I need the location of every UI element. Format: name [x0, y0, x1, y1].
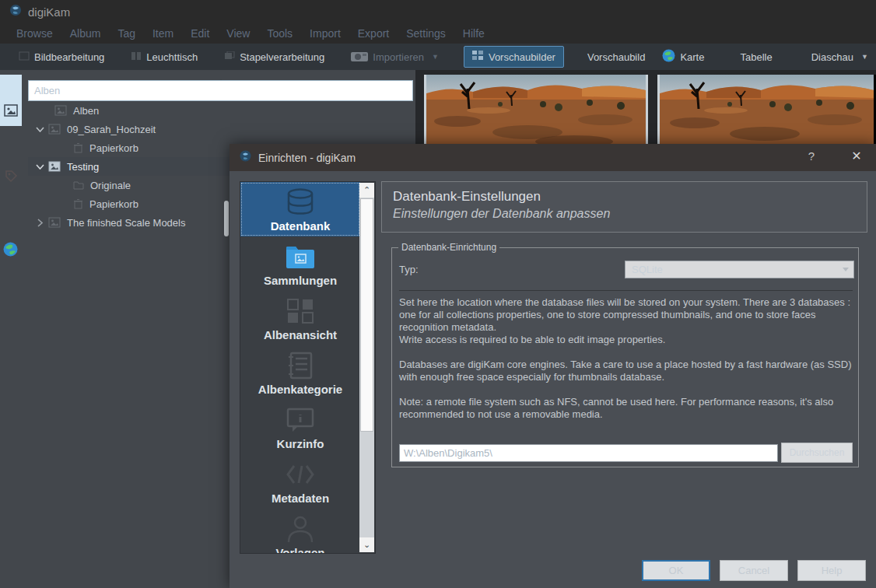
album-search-placeholder: Alben: [29, 81, 412, 100]
menu-tag[interactable]: Tag: [109, 27, 144, 40]
menu-item[interactable]: Item: [144, 27, 182, 40]
toolbar-vorschaubilder[interactable]: Vorschaubilder: [464, 46, 564, 68]
database-type-combobox[interactable]: SQLite: [625, 261, 854, 278]
dialog-title: Einrichten - digiKam: [258, 152, 356, 164]
image-icon: [48, 124, 61, 135]
app-logo-globe-icon: [9, 4, 22, 19]
chevron-right-icon[interactable]: [34, 219, 45, 227]
description-paragraph: Write access is required to be able to e…: [399, 334, 853, 346]
scroll-down-icon[interactable]: ⌄: [359, 537, 374, 552]
category-notebook-icon: [287, 349, 314, 382]
category-kurzinfo[interactable]: Kurzinfo: [240, 400, 360, 454]
page-subtitle: Einstellungen der Datenbank anpassen: [393, 207, 867, 221]
dialog-globe-icon: [240, 150, 251, 165]
albums-image-icon: [4, 104, 18, 120]
menu-settings[interactable]: Settings: [398, 27, 454, 40]
help-button[interactable]: Help: [797, 560, 866, 581]
album-search-input[interactable]: Alben: [28, 80, 413, 101]
database-description: Set here the location where the database…: [399, 296, 853, 421]
menu-edit[interactable]: Edit: [182, 27, 218, 40]
dialog-button-row: OK Cancel Help: [230, 560, 867, 582]
photo-thumbnail[interactable]: [657, 75, 876, 148]
menubar: Browse Album Tag Item Edit View Tools Im…: [0, 23, 876, 44]
app-titlebar: digiKam: [0, 0, 876, 23]
photo-thumbnail[interactable]: [424, 75, 648, 148]
type-label: Typ:: [399, 264, 419, 275]
code-brackets-icon: [285, 458, 316, 491]
toolbar-leuchttisch[interactable]: Leuchttisch: [123, 47, 205, 68]
database-path-input[interactable]: W:\Alben\Digikam5\: [399, 444, 778, 462]
toolbar-diaschau[interactable]: Diaschau ▼: [804, 47, 876, 68]
category-datenbank[interactable]: Datenbank: [240, 182, 360, 236]
settings-category-list: Datenbank Sammlungen Albenansicht: [240, 181, 376, 554]
batch-queue-icon: [224, 51, 235, 63]
toolbar-stapelverarbeitung[interactable]: Stapelverarbeitung: [216, 47, 332, 68]
main-toolbar: Bildbearbeitung Leuchttisch Stapelverarb…: [0, 44, 876, 70]
sidebar-tab-albums[interactable]: [0, 75, 22, 126]
groupbox-legend: Datenbank-Einrichtung: [398, 242, 499, 253]
category-sammlungen[interactable]: Sammlungen: [240, 236, 360, 291]
trash-icon: [73, 198, 83, 209]
description-paragraph: Set here the location where the database…: [399, 296, 853, 334]
scroll-up-icon[interactable]: ⌃: [359, 183, 374, 198]
menu-browse[interactable]: Browse: [8, 27, 61, 40]
category-vorlagen[interactable]: Vorlagen: [240, 509, 360, 554]
dialog-close-button[interactable]: ✕: [848, 149, 865, 163]
map-globe-icon: [662, 49, 675, 65]
importieren-dropdown-icon: ▼: [432, 53, 439, 61]
sidebar-tab-tags[interactable]: [5, 170, 18, 186]
collections-folder-icon: [286, 240, 315, 273]
tree-scrollbar-thumb[interactable]: [224, 201, 229, 236]
menu-tools[interactable]: Tools: [258, 27, 301, 40]
toolbar-karte[interactable]: Karte: [654, 44, 712, 69]
toolbar-importieren: Importieren ▼: [343, 46, 447, 68]
thumbnails-icon: [472, 51, 484, 63]
edit-image-icon: [19, 51, 30, 63]
toolbar-bildbearbeitung[interactable]: Bildbearbeitung: [11, 47, 112, 68]
menu-export[interactable]: Export: [349, 27, 398, 40]
tooltip-info-icon: [286, 404, 315, 436]
database-icon: [285, 186, 316, 219]
database-type-value: SQLite: [625, 261, 853, 278]
database-setup-groupbox: Datenbank-Einrichtung Typ: SQLite Set he…: [391, 247, 859, 467]
settings-dialog: Einrichten - digiKam ? ✕ Datenbank Samml…: [230, 144, 876, 588]
trash-icon: [73, 142, 83, 153]
toolbar-vorschaubild[interactable]: Vorschaubild: [580, 47, 653, 68]
description-paragraph: Note: a remote file system such as NFS, …: [399, 396, 853, 421]
settings-page-header: Datenbank-Einstellungen Einstellungen de…: [381, 181, 867, 233]
image-icon: [48, 217, 61, 228]
digikam-window: digiKam Browse Album Tag Item Edit View …: [0, 0, 876, 588]
browse-button[interactable]: Durchsuchen: [781, 443, 853, 463]
person-icon: [286, 513, 315, 545]
app-title: digiKam: [28, 5, 70, 19]
menu-view[interactable]: View: [218, 27, 258, 40]
chevron-down-icon[interactable]: [34, 127, 45, 132]
image-icon: [54, 105, 67, 116]
chevron-down-icon[interactable]: [34, 164, 45, 170]
dialog-titlebar[interactable]: Einrichten - digiKam: [230, 144, 876, 171]
folder-icon: [73, 180, 84, 190]
scrollbar-thumb[interactable]: [360, 198, 373, 432]
page-title: Datenbank-Einstellungen: [393, 189, 867, 205]
category-albenkategorie[interactable]: Albenkategorie: [240, 345, 360, 400]
ok-button[interactable]: OK: [642, 560, 710, 581]
toolbar-tabelle[interactable]: Tabelle: [732, 47, 780, 68]
image-icon: [48, 161, 61, 172]
tree-item-alben[interactable]: Alben: [28, 101, 413, 120]
description-paragraph: Databases are digiKam core engines. Take…: [399, 359, 853, 383]
thumbnail-view: [415, 70, 876, 148]
menu-hilfe[interactable]: Hilfe: [454, 27, 493, 40]
album-view-grid-icon: [286, 295, 314, 327]
sidebar-tab-map[interactable]: [3, 242, 18, 260]
lighttable-icon: [131, 51, 142, 63]
menu-import[interactable]: Import: [301, 27, 349, 40]
category-metadaten[interactable]: Metadaten: [240, 454, 360, 509]
menu-album[interactable]: Album: [61, 27, 110, 40]
category-albenansicht[interactable]: Albenansicht: [240, 291, 360, 345]
database-path-value: W:\Alben\Digikam5\: [400, 445, 777, 461]
camera-icon: [351, 51, 368, 64]
dialog-help-button[interactable]: ?: [804, 149, 819, 163]
category-scrollbar[interactable]: ⌃ ⌄: [359, 183, 374, 552]
cancel-button[interactable]: Cancel: [720, 560, 788, 581]
tree-item-sarah-hochzeit[interactable]: 09_Sarah_Hochzeit: [28, 120, 413, 138]
